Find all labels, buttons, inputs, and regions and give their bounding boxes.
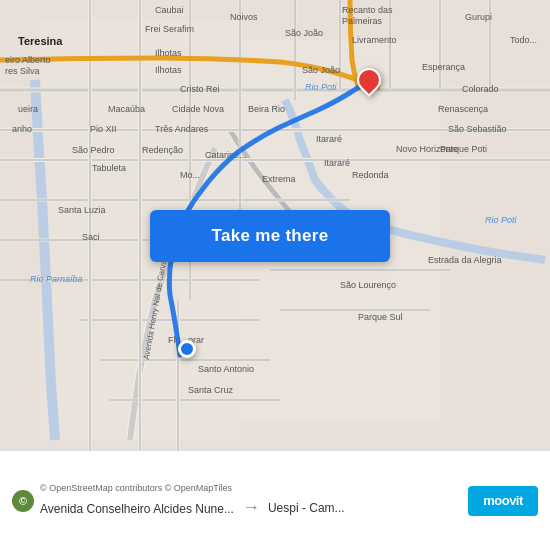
osm-logo: ©	[12, 490, 34, 512]
origin-marker	[178, 340, 196, 358]
route-info: © © OpenStreetMap contributors © OpenMap…	[12, 483, 460, 518]
route-from-label: Avenida Conselheiro Alcides Nune...	[40, 502, 234, 516]
route-text-area: © OpenStreetMap contributors © OpenMapTi…	[40, 483, 460, 518]
bottom-bar: © © OpenStreetMap contributors © OpenMap…	[0, 450, 550, 550]
destination-marker	[357, 68, 381, 92]
moovit-label: moovit	[483, 493, 523, 508]
take-me-there-button[interactable]: Take me there	[150, 210, 390, 262]
route-to-label: Uespi - Cam...	[268, 501, 345, 515]
destination-pin	[352, 63, 386, 97]
attribution-text: © OpenStreetMap contributors © OpenMapTi…	[40, 483, 460, 493]
map-container: Teresina Caubai Noivos Recanto dasPalmei…	[0, 0, 550, 550]
take-me-there-label: Take me there	[212, 226, 329, 246]
moovit-logo: moovit	[468, 486, 538, 516]
arrow-icon: →	[234, 497, 268, 518]
